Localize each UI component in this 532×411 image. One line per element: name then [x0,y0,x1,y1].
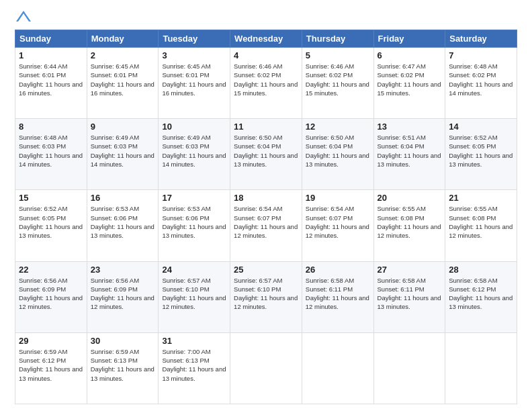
day-number: 22 [19,265,83,275]
logo [15,12,31,23]
cell-content: Sunrise: 6:46 AM Sunset: 6:02 PM Dayligh… [306,62,370,97]
calendar-cell: 18 Sunrise: 6:54 AM Sunset: 6:07 PM Dayl… [230,190,302,261]
day-number: 23 [91,265,155,275]
cell-content: Sunrise: 6:55 AM Sunset: 6:08 PM Dayligh… [449,204,513,240]
day-number: 15 [19,193,83,203]
day-number: 4 [234,50,298,60]
calendar-cell: 27 Sunrise: 6:58 AM Sunset: 6:11 PM Dayl… [373,261,445,332]
calendar-cell: 17 Sunrise: 6:53 AM Sunset: 6:06 PM Dayl… [159,190,230,261]
calendar-cell [230,332,302,404]
calendar-cell: 24 Sunrise: 6:57 AM Sunset: 6:10 PM Dayl… [159,261,230,332]
day-of-week-header: Tuesday [159,30,230,48]
cell-content: Sunrise: 6:50 AM Sunset: 6:04 PM Dayligh… [306,133,370,169]
calendar-cell: 6 Sunrise: 6:47 AM Sunset: 6:02 PM Dayli… [373,48,445,119]
cell-content: Sunrise: 6:56 AM Sunset: 6:09 PM Dayligh… [19,276,83,312]
header [15,12,517,23]
cell-content: Sunrise: 6:53 AM Sunset: 6:06 PM Dayligh… [91,204,155,240]
calendar-cell: 8 Sunrise: 6:48 AM Sunset: 6:03 PM Dayli… [15,119,87,190]
day-of-week-header: Thursday [302,30,373,48]
calendar-cell [445,332,517,404]
calendar-cell: 25 Sunrise: 6:57 AM Sunset: 6:10 PM Dayl… [230,261,302,332]
day-number: 28 [449,265,513,275]
day-number: 27 [378,265,442,275]
calendar-cell: 4 Sunrise: 6:46 AM Sunset: 6:02 PM Dayli… [230,48,302,119]
cell-content: Sunrise: 6:54 AM Sunset: 6:07 PM Dayligh… [306,204,370,240]
day-number: 10 [162,122,226,132]
day-number: 17 [162,193,226,203]
cell-content: Sunrise: 6:51 AM Sunset: 6:04 PM Dayligh… [378,133,442,169]
day-number: 21 [449,193,513,203]
day-number: 20 [378,193,442,203]
cell-content: Sunrise: 6:47 AM Sunset: 6:02 PM Dayligh… [378,62,442,97]
day-number: 14 [449,122,513,132]
cell-content: Sunrise: 6:48 AM Sunset: 6:03 PM Dayligh… [19,133,83,169]
logo-icon [16,9,31,23]
day-of-week-header: Wednesday [230,30,302,48]
calendar-cell: 14 Sunrise: 6:52 AM Sunset: 6:05 PM Dayl… [445,119,517,190]
cell-content: Sunrise: 6:45 AM Sunset: 6:01 PM Dayligh… [162,62,226,97]
cell-content: Sunrise: 6:45 AM Sunset: 6:01 PM Dayligh… [91,62,155,97]
day-of-week-header: Friday [373,30,445,48]
cell-content: Sunrise: 6:59 AM Sunset: 6:12 PM Dayligh… [19,347,83,383]
calendar-cell: 1 Sunrise: 6:44 AM Sunset: 6:01 PM Dayli… [15,48,87,119]
calendar-cell: 15 Sunrise: 6:52 AM Sunset: 6:05 PM Dayl… [15,190,87,261]
day-number: 2 [91,50,155,60]
page: SundayMondayTuesdayWednesdayThursdayFrid… [0,0,532,411]
cell-content: Sunrise: 6:44 AM Sunset: 6:01 PM Dayligh… [19,62,83,97]
cell-content: Sunrise: 6:58 AM Sunset: 6:11 PM Dayligh… [306,276,370,312]
day-number: 16 [91,193,155,203]
cell-content: Sunrise: 6:48 AM Sunset: 6:02 PM Dayligh… [449,62,513,97]
day-number: 11 [234,122,298,132]
calendar-cell: 2 Sunrise: 6:45 AM Sunset: 6:01 PM Dayli… [87,48,159,119]
day-number: 24 [162,265,226,275]
cell-content: Sunrise: 6:52 AM Sunset: 6:05 PM Dayligh… [449,133,513,169]
day-of-week-header: Sunday [15,30,87,48]
calendar-cell [302,332,373,404]
day-number: 1 [19,50,83,60]
day-number: 31 [162,336,226,346]
calendar-cell [373,332,445,404]
cell-content: Sunrise: 6:49 AM Sunset: 6:03 PM Dayligh… [91,133,155,169]
day-number: 6 [378,50,442,60]
calendar-cell: 29 Sunrise: 6:59 AM Sunset: 6:12 PM Dayl… [15,332,87,404]
calendar-cell: 11 Sunrise: 6:50 AM Sunset: 6:04 PM Dayl… [230,119,302,190]
calendar-cell: 5 Sunrise: 6:46 AM Sunset: 6:02 PM Dayli… [302,48,373,119]
cell-content: Sunrise: 6:58 AM Sunset: 6:12 PM Dayligh… [449,276,513,312]
calendar-cell: 19 Sunrise: 6:54 AM Sunset: 6:07 PM Dayl… [302,190,373,261]
day-number: 5 [306,50,370,60]
day-of-week-header: Monday [87,30,159,48]
day-number: 25 [234,265,298,275]
calendar-cell: 21 Sunrise: 6:55 AM Sunset: 6:08 PM Dayl… [445,190,517,261]
calendar-cell: 12 Sunrise: 6:50 AM Sunset: 6:04 PM Dayl… [302,119,373,190]
calendar-cell: 16 Sunrise: 6:53 AM Sunset: 6:06 PM Dayl… [87,190,159,261]
day-number: 8 [19,122,83,132]
calendar-cell: 7 Sunrise: 6:48 AM Sunset: 6:02 PM Dayli… [445,48,517,119]
calendar-cell: 3 Sunrise: 6:45 AM Sunset: 6:01 PM Dayli… [159,48,230,119]
cell-content: Sunrise: 6:52 AM Sunset: 6:05 PM Dayligh… [19,204,83,240]
calendar-cell: 10 Sunrise: 6:49 AM Sunset: 6:03 PM Dayl… [159,119,230,190]
day-number: 3 [162,50,226,60]
day-number: 29 [19,336,83,346]
cell-content: Sunrise: 6:55 AM Sunset: 6:08 PM Dayligh… [378,204,442,240]
day-number: 18 [234,193,298,203]
day-number: 12 [306,122,370,132]
calendar-cell: 28 Sunrise: 6:58 AM Sunset: 6:12 PM Dayl… [445,261,517,332]
cell-content: Sunrise: 7:00 AM Sunset: 6:13 PM Dayligh… [162,347,226,383]
day-number: 30 [91,336,155,346]
calendar-table: SundayMondayTuesdayWednesdayThursdayFrid… [15,30,517,404]
cell-content: Sunrise: 6:59 AM Sunset: 6:13 PM Dayligh… [91,347,155,383]
day-of-week-header: Saturday [445,30,517,48]
calendar-cell: 13 Sunrise: 6:51 AM Sunset: 6:04 PM Dayl… [373,119,445,190]
calendar-cell: 30 Sunrise: 6:59 AM Sunset: 6:13 PM Dayl… [87,332,159,404]
day-number: 26 [306,265,370,275]
cell-content: Sunrise: 6:53 AM Sunset: 6:06 PM Dayligh… [162,204,226,240]
cell-content: Sunrise: 6:46 AM Sunset: 6:02 PM Dayligh… [234,62,298,97]
cell-content: Sunrise: 6:57 AM Sunset: 6:10 PM Dayligh… [234,276,298,312]
cell-content: Sunrise: 6:50 AM Sunset: 6:04 PM Dayligh… [234,133,298,169]
calendar-cell: 31 Sunrise: 7:00 AM Sunset: 6:13 PM Dayl… [159,332,230,404]
day-number: 13 [378,122,442,132]
cell-content: Sunrise: 6:56 AM Sunset: 6:09 PM Dayligh… [91,276,155,312]
calendar-cell: 9 Sunrise: 6:49 AM Sunset: 6:03 PM Dayli… [87,119,159,190]
cell-content: Sunrise: 6:49 AM Sunset: 6:03 PM Dayligh… [162,133,226,169]
calendar-cell: 20 Sunrise: 6:55 AM Sunset: 6:08 PM Dayl… [373,190,445,261]
